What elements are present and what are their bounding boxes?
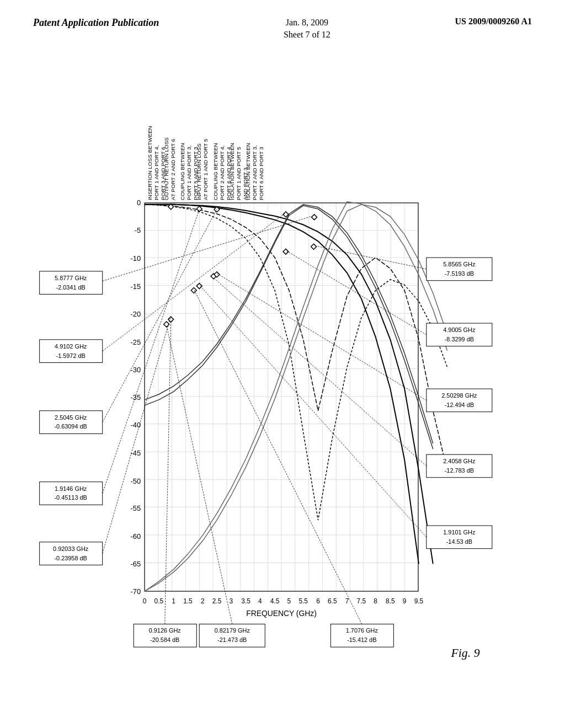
svg-text:2.5: 2.5 <box>212 597 222 605</box>
svg-text:8.5: 8.5 <box>386 597 395 605</box>
svg-text:9: 9 <box>403 597 407 605</box>
svg-text:-1.5972 dB: -1.5972 dB <box>56 352 86 359</box>
svg-text:6: 6 <box>316 597 320 605</box>
svg-text:PORT 1 AND PORT 5: PORT 1 AND PORT 5 <box>236 147 242 200</box>
svg-text:INSERTION LOSS BETWEEN: INSERTION LOSS BETWEEN <box>147 126 153 200</box>
svg-text:PORT 2 AND PORT 4,: PORT 2 AND PORT 4, <box>219 145 225 200</box>
svg-text:3.5: 3.5 <box>241 597 250 605</box>
svg-text:-14.53 dB: -14.53 dB <box>446 538 472 545</box>
svg-text:-12.783 dB: -12.783 dB <box>445 467 474 474</box>
svg-text:-40: -40 <box>131 421 141 430</box>
svg-text:-20: -20 <box>131 310 141 318</box>
svg-text:-50: -50 <box>131 477 141 485</box>
svg-text:PORT 6 AND PORT 3: PORT 6 AND PORT 3 <box>258 147 264 200</box>
svg-text:1.5: 1.5 <box>183 597 193 605</box>
svg-text:4.9005 GHz: 4.9005 GHz <box>443 326 476 333</box>
chart-svg: 0 -5 -10 -15 -20 -25 -30 -35 -40 -45 -50… <box>0 61 565 728</box>
svg-text:-8.3299 dB: -8.3299 dB <box>445 336 474 342</box>
svg-text:-70: -70 <box>131 587 141 596</box>
svg-text:-7.5193 dB: -7.5193 dB <box>445 270 474 277</box>
svg-text:5.5: 5.5 <box>299 597 308 605</box>
xaxis-label: FREQUENCY (GHz) <box>246 609 317 618</box>
svg-text:-0.45113 dB: -0.45113 dB <box>55 494 87 501</box>
svg-text:1.9101 GHz: 1.9101 GHz <box>443 529 476 536</box>
svg-text:-25: -25 <box>131 338 141 346</box>
svg-text:-0.23958 dB: -0.23958 dB <box>55 555 87 561</box>
svg-text:AT PORT 1 AND PORT 5: AT PORT 1 AND PORT 5 <box>202 138 209 200</box>
svg-text:1.9146 GHz: 1.9146 GHz <box>55 485 87 492</box>
svg-text:0.82179 GHz: 0.82179 GHz <box>215 627 250 634</box>
patent-number: US 2009/0009260 A1 <box>455 17 532 26</box>
svg-text:ISOLATION BETWEEN: ISOLATION BETWEEN <box>229 143 235 200</box>
svg-text:2.4058 GHz: 2.4058 GHz <box>443 458 476 464</box>
svg-text:4.5: 4.5 <box>270 597 280 605</box>
svg-text:2.50298 GHz: 2.50298 GHz <box>441 392 477 399</box>
svg-text:4: 4 <box>258 597 262 605</box>
svg-text:-10: -10 <box>131 254 141 263</box>
svg-text:-60: -60 <box>131 532 141 540</box>
svg-text:-2.0341 dB: -2.0341 dB <box>56 284 86 291</box>
svg-text:-20.584 dB: -20.584 dB <box>150 636 179 643</box>
svg-text:PORT 1 AND PORT 3,: PORT 1 AND PORT 3, <box>186 145 192 200</box>
svg-text:ISOLATION BETWEEN: ISOLATION BETWEEN <box>245 143 251 200</box>
svg-text:3: 3 <box>229 597 233 605</box>
svg-text:-12.494 dB: -12.494 dB <box>445 402 474 408</box>
header-center: Jan. 8, 2009 Sheet 7 of 12 <box>284 17 331 41</box>
svg-text:0.5: 0.5 <box>154 597 164 605</box>
svg-text:4.9102 GHz: 4.9102 GHz <box>55 343 87 350</box>
svg-text:-65: -65 <box>131 560 141 568</box>
svg-text:5.8565 GHz: 5.8565 GHz <box>443 261 476 267</box>
svg-text:6.5: 6.5 <box>328 597 337 605</box>
header: Patent Application Publication Jan. 8, 2… <box>0 0 565 47</box>
svg-text:8: 8 <box>374 597 377 605</box>
svg-text:COUPLING BETWEEN: COUPLING BETWEEN <box>212 143 218 200</box>
svg-text:7: 7 <box>345 597 349 605</box>
svg-text:9.5: 9.5 <box>414 597 424 605</box>
svg-text:-15: -15 <box>131 282 141 291</box>
svg-text:0.9126 GHz: 0.9126 GHz <box>149 627 182 634</box>
svg-text:-5: -5 <box>135 226 141 234</box>
svg-text:AT PORT 2 AND PORT 6: AT PORT 2 AND PORT 6 <box>170 138 176 200</box>
svg-text:-21.473 dB: -21.473 dB <box>217 636 247 643</box>
svg-text:PORT 1 AND PORT 4,: PORT 1 AND PORT 4, <box>153 145 159 200</box>
svg-text:2.5045 GHz: 2.5045 GHz <box>55 414 87 421</box>
svg-text:1.7076 GHz: 1.7076 GHz <box>346 627 379 634</box>
svg-text:INPUT RETURN LOSS: INPUT RETURN LOSS <box>196 143 202 200</box>
patent-publication-label: Patent Application Publication <box>33 17 159 29</box>
svg-text:5.8777 GHz: 5.8777 GHz <box>55 275 87 281</box>
svg-text:0: 0 <box>143 597 147 605</box>
svg-text:1: 1 <box>172 597 175 605</box>
figure-label: Fig. 9 <box>450 646 479 660</box>
svg-text:-35: -35 <box>131 393 141 402</box>
svg-text:-30: -30 <box>131 366 141 374</box>
sheet-info: Sheet 7 of 12 <box>284 29 331 41</box>
svg-text:5: 5 <box>287 597 291 605</box>
svg-text:7.5: 7.5 <box>357 597 366 605</box>
svg-text:2: 2 <box>201 597 205 605</box>
svg-text:OUTPUT RETURN LOSS: OUTPUT RETURN LOSS <box>163 137 169 200</box>
svg-text:-15.412 dB: -15.412 dB <box>347 636 376 643</box>
page-container: Patent Application Publication Jan. 8, 2… <box>0 0 565 728</box>
publication-date: Jan. 8, 2009 <box>284 17 331 29</box>
svg-text:-0.63094 dB: -0.63094 dB <box>55 423 87 430</box>
legend: INSERTION LOSS BETWEEN PORT 1 AND PORT 4… <box>147 126 264 200</box>
svg-text:PORT 2 AND PORT 3,: PORT 2 AND PORT 3, <box>252 145 258 200</box>
svg-text:COUPLING BETWEEN: COUPLING BETWEEN <box>179 143 185 200</box>
svg-text:-55: -55 <box>131 504 141 512</box>
svg-text:0: 0 <box>137 199 141 207</box>
svg-text:0.92033 GHz: 0.92033 GHz <box>53 545 89 552</box>
